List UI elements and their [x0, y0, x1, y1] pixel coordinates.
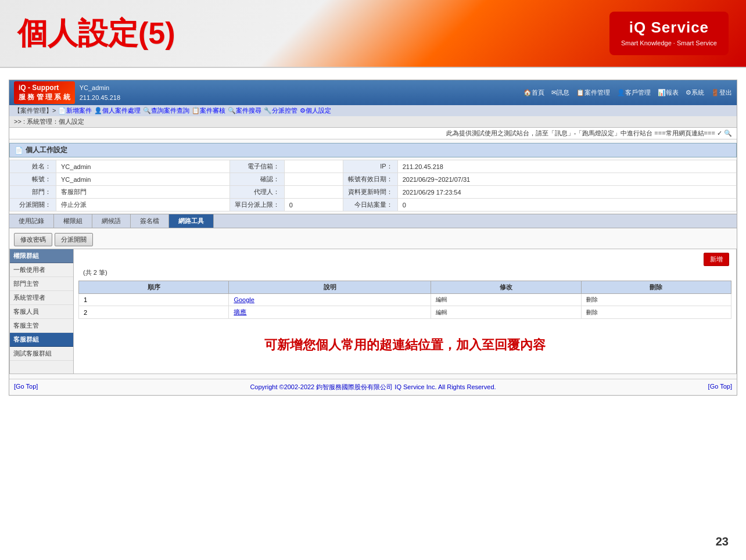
- top-nav-left: iQ - Support 服 務 管 理 系 統 YC_admin 211.20…: [14, 81, 120, 104]
- logo-sub-text: Smart Knowledge · Smart Service: [621, 39, 717, 48]
- sidebar-group-permission: 權限群組: [10, 249, 73, 263]
- tab-chat-greeting[interactable]: 網候語: [92, 214, 131, 228]
- sidebar-item-sysadmin[interactable]: 系統管理者: [10, 291, 73, 305]
- proxy-value: [284, 186, 343, 199]
- nav-system[interactable]: ⚙系統: [686, 88, 704, 97]
- footer: [Go Top] Copyright ©2002-2022 鈞智服務國際股份有限…: [9, 379, 737, 395]
- page-title: 個人設定(5): [17, 13, 175, 54]
- sidebar-item-dept-mgr[interactable]: 部門主管: [10, 277, 73, 291]
- table-row: 部門： 客服部門 代理人： 資料更新時間： 2021/06/29 17:23:5…: [10, 186, 737, 199]
- left-sidebar: 權限群組 一般使用者 部門主管 系統管理者 客服人員 客服主管 客服群組 測試客…: [10, 249, 74, 374]
- nav-new-case[interactable]: 📄新增案件: [58, 106, 92, 115]
- new-btn-container: 新增: [78, 252, 731, 267]
- content-split: 權限群組 一般使用者 部門主管 系統管理者 客服人員 客服主管 客服群組 測試客…: [9, 249, 737, 374]
- row2-order: 2: [79, 306, 229, 319]
- row1-link[interactable]: Google: [234, 296, 254, 303]
- nav-case-search[interactable]: 🔍案件搜尋: [228, 106, 261, 115]
- table-header-row: 順序 說明 修改 刪除: [79, 281, 731, 294]
- iq-support-label: iQ - Support: [19, 84, 59, 92]
- sidebar-item-test-cs[interactable]: 測試客服群組: [10, 347, 73, 361]
- update-label: 資料更新時間：: [343, 186, 397, 199]
- row1-edit-link[interactable]: 編輯: [436, 296, 447, 303]
- tab-permission[interactable]: 權限組: [54, 214, 92, 228]
- row2-link[interactable]: 摘應: [234, 308, 246, 315]
- name-value: YC_admin: [56, 160, 230, 173]
- section-icon: 📄: [15, 146, 23, 155]
- iq-service-logo: iQ Service Smart Knowledge · Smart Servi…: [609, 12, 729, 55]
- count-text: (共 2 筆): [78, 267, 731, 278]
- nav-message[interactable]: ✉訊息: [551, 88, 569, 97]
- table-row: 姓名： YC_admin 電子信箱： IP： 211.20.45.218: [10, 160, 737, 173]
- notice-text: 此為提供測試使用之測試站台，請至「訊息」-「跑馬燈設定」中進行站台 ===常用網…: [446, 129, 732, 138]
- email-label: 電子信箱：: [229, 160, 284, 173]
- tab-usage-record[interactable]: 使用記錄: [9, 214, 54, 228]
- nav-case-query[interactable]: 🔍查詢案件查詢: [143, 106, 189, 115]
- nav-logout[interactable]: 🚪登出: [711, 88, 732, 97]
- dispatch-value: 停止分派: [56, 199, 230, 211]
- iq-support-logo: iQ - Support 服 務 管 理 系 統: [14, 81, 75, 104]
- name-label: 姓名：: [10, 160, 56, 173]
- ip-value: 211.20.45.218: [397, 160, 736, 173]
- expiry-value: 2021/06/29~2021/07/31: [397, 173, 736, 186]
- sidebar-item-general[interactable]: 一般使用者: [10, 263, 73, 277]
- section-header-label: 個人工作設定: [26, 145, 67, 155]
- system-frame: iQ - Support 服 務 管 理 系 統 YC_admin 211.20…: [9, 80, 737, 396]
- new-link-button[interactable]: 新增: [704, 253, 729, 266]
- go-top-left[interactable]: [Go Top]: [14, 383, 38, 392]
- second-nav: 【案件管理】> 📄新增案件 👤個人案件處理 🔍查詢案件查詢 📋案件審核 🔍案件搜…: [9, 105, 737, 116]
- daily-limit-label: 單日分派上限：: [229, 199, 284, 211]
- daily-limit-value: 0: [284, 199, 343, 211]
- dispatch-toggle-button[interactable]: 分派開關: [55, 233, 93, 246]
- ip-label: 211.20.45.218: [80, 93, 120, 103]
- proxy-label: 代理人：: [229, 186, 284, 199]
- email-value: [284, 160, 343, 173]
- nav-personal-setting[interactable]: ⚙個人設定: [300, 106, 331, 115]
- go-top-right[interactable]: [Go Top]: [708, 383, 732, 392]
- row2-delete-link[interactable]: 刪除: [586, 309, 598, 315]
- change-password-button[interactable]: 修改密碼: [14, 233, 52, 246]
- table-row: 1 Google 編輯 刪除: [79, 294, 731, 306]
- nav-case-mgmt[interactable]: 📋案件管理: [576, 88, 610, 97]
- confirm-value: [284, 173, 343, 186]
- nav-report[interactable]: 📊報表: [658, 88, 679, 97]
- confirm-label: 確認：: [229, 173, 284, 186]
- today-value: 0: [397, 199, 736, 211]
- ip-label-cell: IP：: [343, 160, 397, 173]
- expiry-label: 帳號有效日期：: [343, 173, 397, 186]
- breadcrumb-text: >> : 系統管理：個人設定: [14, 118, 84, 125]
- row1-delete-link[interactable]: 刪除: [586, 296, 598, 303]
- secondnav-prefix: 【案件管理】>: [14, 106, 56, 115]
- row1-name: Google: [229, 294, 431, 306]
- account-label: 帳號：: [10, 173, 56, 186]
- nav-customer[interactable]: 👤客戶管理: [617, 88, 651, 97]
- nav-personal-case[interactable]: 👤個人案件處理: [94, 106, 141, 115]
- breadcrumb: >> : 系統管理：個人設定: [9, 116, 737, 128]
- nav-home[interactable]: 🏠首頁: [523, 88, 544, 97]
- nav-dispatch[interactable]: 🔧分派控管: [264, 106, 297, 115]
- top-nav-right: 🏠首頁 ✉訊息 📋案件管理 👤客戶管理 📊報表 ⚙系統 🚪登出: [523, 88, 732, 97]
- col-order: 順序: [79, 281, 229, 294]
- logo-iq-text: iQ Service: [621, 19, 717, 37]
- dispatch-label: 分派開關：: [10, 199, 56, 211]
- account-value: YC_admin: [56, 173, 230, 186]
- username-label: YC_admin: [80, 83, 120, 93]
- col-edit: 修改: [431, 281, 581, 294]
- row2-delete: 刪除: [581, 306, 731, 319]
- header-banner: 個人設定(5) iQ Service Smart Knowledge · Sma…: [0, 0, 746, 68]
- row2-edit-link[interactable]: 編輯: [436, 309, 447, 315]
- section-header: 📄 個人工作設定: [9, 143, 737, 157]
- tab-signature[interactable]: 簽名檔: [131, 214, 169, 228]
- table-row: 分派開關： 停止分派 單日分派上限： 0 今日結案量： 0: [10, 199, 737, 211]
- nav-case-review[interactable]: 📋案件審核: [192, 106, 225, 115]
- instruction-text: 可新增您個人常用的超連結位置，加入至回覆內容: [78, 319, 731, 371]
- sidebar-group-cs: 客服群組: [10, 333, 73, 347]
- sidebar-item-cs-mgr[interactable]: 客服主管: [10, 319, 73, 333]
- dept-value: 客服部門: [56, 186, 230, 199]
- tab-network-tools[interactable]: 網路工具: [169, 214, 214, 228]
- page-number: 23: [716, 535, 729, 548]
- today-label: 今日結案量：: [343, 199, 397, 211]
- top-nav: iQ - Support 服 務 管 理 系 統 YC_admin 211.20…: [9, 80, 737, 105]
- user-info: YC_admin 211.20.45.218: [80, 83, 120, 102]
- row2-edit: 編輯: [431, 306, 581, 319]
- sidebar-item-cs-staff[interactable]: 客服人員: [10, 305, 73, 319]
